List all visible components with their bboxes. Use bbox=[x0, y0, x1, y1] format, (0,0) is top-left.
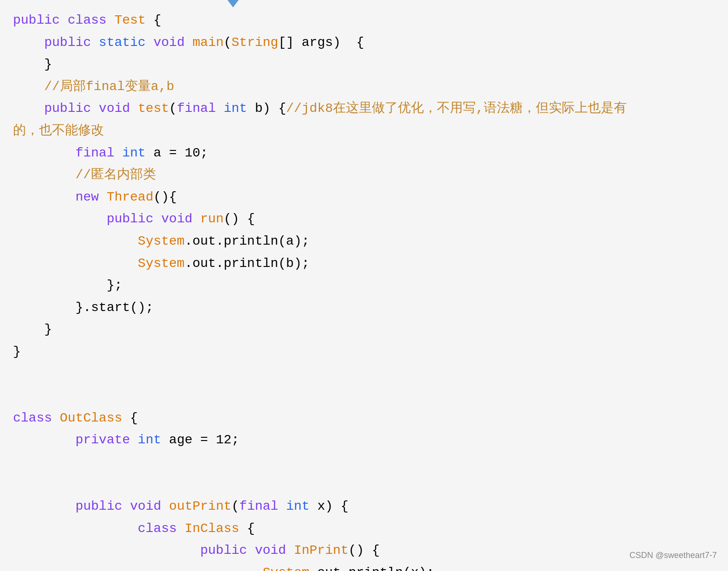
code-line-16 bbox=[13, 363, 715, 385]
code-line-11: System.out.println(b); bbox=[13, 253, 715, 275]
cursor-indicator bbox=[228, 0, 239, 7]
code-line-1: public class Test { bbox=[13, 9, 715, 32]
watermark: CSDN @sweetheart7-7 bbox=[630, 548, 717, 563]
code-line-22: public void outPrint(final int x) { bbox=[13, 495, 715, 518]
code-line-10: System.out.println(a); bbox=[13, 230, 715, 253]
code-line-14: } bbox=[13, 318, 715, 341]
code-line-7: //匿名内部类 bbox=[13, 164, 715, 186]
code-line-18: class OutClass { bbox=[13, 407, 715, 429]
code-line-23: class InClass { bbox=[13, 518, 715, 540]
code-line-13: }.start(); bbox=[13, 297, 715, 319]
code-line-24: public void InPrint() { bbox=[13, 539, 715, 562]
code-line-17 bbox=[13, 385, 715, 407]
code-line-6: final int a = 10; bbox=[13, 142, 715, 164]
code-block: public class Test { public static void m… bbox=[0, 0, 728, 571]
code-line-8: new Thread(){ bbox=[13, 186, 715, 208]
code-line-12: }; bbox=[13, 274, 715, 297]
code-line-5b: 的，也不能修改 bbox=[13, 120, 715, 142]
code-line-19: private int age = 12; bbox=[13, 429, 715, 451]
code-line-2: public static void main(String[] args) { bbox=[13, 32, 715, 54]
code-line-20 bbox=[13, 451, 715, 474]
code-line-5: public void test(final int b) {//jdk8在这里… bbox=[13, 97, 715, 120]
code-line-21 bbox=[13, 473, 715, 495]
code-line-9: public void run() { bbox=[13, 208, 715, 230]
code-line-4: //局部final变量a,b bbox=[13, 76, 715, 98]
code-line-25: System.out.println(x); bbox=[13, 562, 715, 571]
code-line-15: } bbox=[13, 341, 715, 363]
code-line-3: } bbox=[13, 53, 715, 76]
